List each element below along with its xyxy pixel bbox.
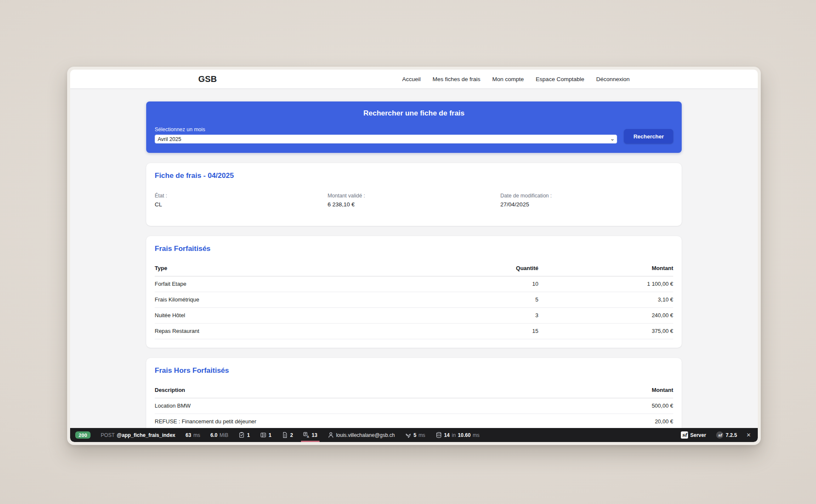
profiler-toolbar: 200 POST @app_fiche_frais_index 63 ms 6.…: [70, 428, 758, 442]
time-segment[interactable]: 63 ms: [181, 428, 205, 442]
status-badge[interactable]: 200: [75, 431, 91, 439]
cell-quantite: 10: [466, 276, 538, 292]
field-etat: État : CL: [155, 193, 328, 208]
table-row: Nuitée Hôtel 3 240,00 €: [155, 308, 673, 324]
request-method: POST: [101, 432, 115, 438]
logs-segment[interactable]: 2: [277, 428, 298, 442]
twig-segment[interactable]: 5 ms: [400, 428, 431, 442]
cell-type: Repas Restaurant: [155, 324, 466, 339]
twig-time-unit: ms: [419, 432, 425, 438]
cell-description: Location BMW: [155, 398, 518, 414]
frais-forfaitises-table: Type Quantité Montant Forfait Etape 10 1…: [155, 261, 673, 339]
app-window: GSB Accueil Mes fiches de frais Mon comp…: [67, 67, 761, 445]
table-header-row: Type Quantité Montant: [155, 261, 673, 276]
twig-time-value: 5: [414, 432, 416, 438]
translation-warning-indicator: [301, 441, 319, 442]
templates-segment[interactable]: 1: [255, 428, 277, 442]
frais-forfaitises-card: Frais Forfaitisés Type Quantité Montant …: [146, 236, 682, 348]
form-icon: [238, 432, 245, 438]
cell-montant: 3,10 €: [538, 292, 673, 308]
nav-item-deconnexion[interactable]: Déconnexion: [596, 76, 630, 82]
field-etat-value: CL: [155, 201, 328, 208]
db-time-unit: ms: [473, 432, 479, 438]
field-montant-valide-value: 6 238,10 €: [328, 201, 501, 208]
cell-montant: 375,00 €: [538, 324, 673, 339]
close-icon: ✕: [746, 432, 751, 438]
memory-value: 6.0: [210, 432, 218, 438]
fiche-card-title: Fiche de frais - 04/2025: [155, 172, 673, 180]
cell-type: Nuitée Hôtel: [155, 308, 466, 324]
table-row: Frais Kilométrique 5 3,10 €: [155, 292, 673, 308]
column-header-montant: Montant: [518, 383, 673, 398]
forms-count: 1: [247, 432, 250, 438]
nav-item-mes-fiches-de-frais[interactable]: Mes fiches de frais: [433, 76, 481, 82]
db-segment[interactable]: 14 in 10.60 ms: [431, 428, 485, 442]
rechercher-button[interactable]: Rechercher: [624, 129, 673, 144]
frais-hors-forfaitises-table: Description Montant Location BMW 500,00 …: [155, 383, 673, 430]
request-route: @app_fiche_frais_index: [117, 432, 176, 438]
column-header-quantite: Quantité: [466, 261, 538, 276]
translations-segment[interactable]: A 13: [298, 428, 322, 442]
db-time-value: 10.60: [458, 432, 470, 438]
time-unit: ms: [193, 432, 200, 438]
field-montant-valide: Montant validé : 6 238,10 €: [328, 193, 501, 208]
time-value: 63: [186, 432, 191, 438]
memory-unit: MiB: [220, 432, 229, 438]
twig-leaf-icon: [405, 432, 411, 438]
table-header-row: Description Montant: [155, 383, 673, 398]
field-date-modification-value: 27/04/2025: [500, 201, 673, 208]
translation-icon: A: [303, 432, 309, 438]
svg-text:A: A: [307, 435, 309, 438]
request-segment[interactable]: POST @app_fiche_frais_index: [96, 428, 180, 442]
log-icon: [282, 432, 288, 438]
field-montant-valide-label: Montant validé :: [328, 193, 501, 199]
version-number: 7.2.5: [725, 432, 737, 438]
search-panel-title: Rechercher une fiche de frais: [155, 109, 673, 118]
search-panel: Rechercher une fiche de frais Sélectionn…: [146, 101, 682, 153]
cell-montant: 500,00 €: [518, 398, 673, 414]
symfony-logo-icon: sf: [681, 431, 688, 439]
fiche-card: Fiche de frais - 04/2025 État : CL Monta…: [146, 163, 682, 226]
table-row: Repas Restaurant 15 375,00 €: [155, 324, 673, 339]
cell-quantite: 5: [466, 292, 538, 308]
field-date-modification: Date de modification : 27/04/2025: [500, 193, 673, 208]
cell-montant: 1 100,00 €: [538, 276, 673, 292]
table-row: REFUSE : Financement du petit déjeuner 2…: [155, 414, 673, 430]
month-select[interactable]: Avril 2025: [155, 135, 617, 144]
user-icon: [328, 432, 334, 438]
cell-description: REFUSE : Financement du petit déjeuner: [155, 414, 518, 430]
frais-hors-forfaitises-title: Frais Hors Forfaitisés: [155, 366, 673, 375]
user-email: louis.villechalane@gsb.ch: [336, 432, 395, 438]
cell-quantite: 15: [466, 324, 538, 339]
table-row: Location BMW 500,00 €: [155, 398, 673, 414]
logs-count: 2: [290, 432, 293, 438]
nav-item-accueil[interactable]: Accueil: [402, 76, 421, 82]
field-etat-label: État :: [155, 193, 328, 199]
close-toolbar-button[interactable]: ✕: [742, 428, 754, 442]
translations-count: 13: [312, 432, 317, 438]
column-header-montant: Montant: [538, 261, 673, 276]
cell-montant: 240,00 €: [538, 308, 673, 324]
template-icon: [260, 432, 266, 438]
app-header: GSB Accueil Mes fiches de frais Mon comp…: [70, 70, 758, 89]
templates-count: 1: [269, 432, 272, 438]
month-select-label: Sélectionnez un mois: [155, 127, 617, 132]
nav-item-espace-comptable[interactable]: Espace Comptable: [536, 76, 584, 82]
symfony-version-icon: sf: [716, 431, 723, 439]
field-date-modification-label: Date de modification :: [500, 193, 673, 199]
version-segment[interactable]: sf 7.2.5: [711, 428, 742, 442]
cell-type: Forfait Etape: [155, 276, 466, 292]
nav-item-mon-compte[interactable]: Mon compte: [492, 76, 524, 82]
db-query-count: 14: [444, 432, 450, 438]
database-icon: [436, 432, 442, 438]
forms-segment[interactable]: 1: [233, 428, 255, 442]
server-segment[interactable]: sf Server: [681, 428, 711, 442]
memory-segment[interactable]: 6.0 MiB: [205, 428, 233, 442]
brand-logo: GSB: [198, 74, 217, 84]
status-segment[interactable]: 200: [75, 428, 96, 442]
cell-type: Frais Kilométrique: [155, 292, 466, 308]
security-segment[interactable]: louis.villechalane@gsb.ch: [323, 428, 400, 442]
column-header-description: Description: [155, 383, 518, 398]
main-nav: Accueil Mes fiches de frais Mon compte E…: [402, 76, 629, 82]
cell-quantite: 3: [466, 308, 538, 324]
